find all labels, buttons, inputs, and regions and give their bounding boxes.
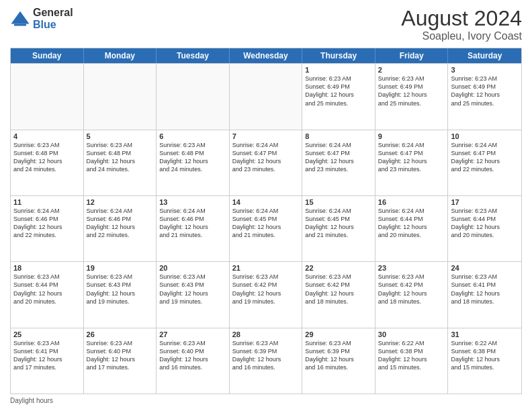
- calendar-row: 18Sunrise: 6:23 AM Sunset: 6:44 PM Dayli…: [11, 261, 521, 327]
- day-number: 7: [232, 132, 300, 140]
- footer-note: Daylight hours: [10, 397, 522, 404]
- calendar-cell: [84, 64, 157, 129]
- day-number: 12: [87, 198, 154, 206]
- calendar-cell: 30Sunrise: 6:22 AM Sunset: 6:38 PM Dayli…: [375, 328, 449, 394]
- day-info: Sunrise: 6:24 AM Sunset: 6:45 PM Dayligh…: [305, 207, 372, 240]
- calendar-cell: 6Sunrise: 6:23 AM Sunset: 6:48 PM Daylig…: [157, 130, 230, 195]
- calendar-cell: 18Sunrise: 6:23 AM Sunset: 6:44 PM Dayli…: [11, 262, 84, 327]
- calendar-cell: 24Sunrise: 6:23 AM Sunset: 6:41 PM Dayli…: [448, 262, 521, 327]
- day-info: Sunrise: 6:23 AM Sunset: 6:42 PM Dayligh…: [232, 273, 300, 306]
- day-info: Sunrise: 6:23 AM Sunset: 6:44 PM Dayligh…: [451, 207, 519, 240]
- calendar-cell: 25Sunrise: 6:23 AM Sunset: 6:41 PM Dayli…: [11, 328, 84, 394]
- calendar-cell: 7Sunrise: 6:24 AM Sunset: 6:47 PM Daylig…: [230, 130, 303, 195]
- calendar-cell: 4Sunrise: 6:23 AM Sunset: 6:48 PM Daylig…: [11, 130, 84, 195]
- day-number: 9: [378, 132, 445, 140]
- day-number: 26: [87, 330, 154, 338]
- day-number: 10: [451, 132, 519, 140]
- calendar-header-cell: Wednesday: [230, 48, 303, 63]
- logo-text: General Blue: [33, 7, 73, 30]
- calendar-cell: [157, 64, 230, 129]
- day-info: Sunrise: 6:24 AM Sunset: 6:47 PM Dayligh…: [305, 141, 372, 174]
- calendar-cell: 17Sunrise: 6:23 AM Sunset: 6:44 PM Dayli…: [448, 196, 521, 261]
- title-block: August 2024 Soapleu, Ivory Coast: [401, 7, 522, 42]
- calendar-row: 4Sunrise: 6:23 AM Sunset: 6:48 PM Daylig…: [11, 130, 521, 195]
- day-info: Sunrise: 6:24 AM Sunset: 6:47 PM Dayligh…: [232, 141, 300, 174]
- day-number: 22: [305, 264, 372, 272]
- calendar-header: SundayMondayTuesdayWednesdayThursdayFrid…: [11, 48, 521, 63]
- calendar-row: 25Sunrise: 6:23 AM Sunset: 6:41 PM Dayli…: [11, 328, 521, 394]
- calendar-cell: 13Sunrise: 6:24 AM Sunset: 6:46 PM Dayli…: [157, 196, 230, 261]
- day-info: Sunrise: 6:23 AM Sunset: 6:49 PM Dayligh…: [378, 75, 445, 107]
- day-info: Sunrise: 6:24 AM Sunset: 6:47 PM Dayligh…: [378, 141, 445, 174]
- svg-rect-1: [14, 24, 26, 26]
- day-info: Sunrise: 6:23 AM Sunset: 6:49 PM Dayligh…: [305, 75, 372, 107]
- page-title: August 2024: [401, 7, 522, 30]
- day-info: Sunrise: 6:24 AM Sunset: 6:46 PM Dayligh…: [13, 207, 81, 240]
- calendar-body: 1Sunrise: 6:23 AM Sunset: 6:49 PM Daylig…: [11, 63, 521, 394]
- page: General Blue August 2024 Soapleu, Ivory …: [0, 0, 532, 411]
- day-info: Sunrise: 6:23 AM Sunset: 6:43 PM Dayligh…: [159, 273, 226, 306]
- calendar-cell: 10Sunrise: 6:24 AM Sunset: 6:47 PM Dayli…: [448, 130, 521, 195]
- day-number: 29: [305, 330, 372, 338]
- day-number: 24: [451, 264, 519, 272]
- calendar-cell: 29Sunrise: 6:23 AM Sunset: 6:39 PM Dayli…: [302, 328, 375, 394]
- day-number: 3: [451, 66, 519, 74]
- day-info: Sunrise: 6:23 AM Sunset: 6:48 PM Dayligh…: [13, 141, 81, 174]
- day-info: Sunrise: 6:23 AM Sunset: 6:43 PM Dayligh…: [87, 273, 154, 306]
- page-subtitle: Soapleu, Ivory Coast: [401, 30, 522, 42]
- calendar-cell: 1Sunrise: 6:23 AM Sunset: 6:49 PM Daylig…: [302, 64, 375, 129]
- logo-icon: [10, 9, 30, 29]
- calendar-cell: [11, 64, 84, 129]
- calendar-cell: 11Sunrise: 6:24 AM Sunset: 6:46 PM Dayli…: [11, 196, 84, 261]
- calendar-row: 1Sunrise: 6:23 AM Sunset: 6:49 PM Daylig…: [11, 63, 521, 129]
- day-number: 18: [13, 264, 81, 272]
- day-info: Sunrise: 6:23 AM Sunset: 6:49 PM Dayligh…: [451, 75, 519, 107]
- calendar-cell: 21Sunrise: 6:23 AM Sunset: 6:42 PM Dayli…: [230, 262, 303, 327]
- day-info: Sunrise: 6:22 AM Sunset: 6:38 PM Dayligh…: [378, 339, 445, 372]
- day-number: 13: [159, 198, 226, 206]
- day-number: 23: [378, 264, 445, 272]
- day-number: 21: [232, 264, 300, 272]
- calendar-cell: 14Sunrise: 6:24 AM Sunset: 6:45 PM Dayli…: [230, 196, 303, 261]
- day-info: Sunrise: 6:24 AM Sunset: 6:44 PM Dayligh…: [378, 207, 445, 240]
- day-info: Sunrise: 6:23 AM Sunset: 6:44 PM Dayligh…: [13, 273, 81, 306]
- calendar-cell: 20Sunrise: 6:23 AM Sunset: 6:43 PM Dayli…: [157, 262, 230, 327]
- day-info: Sunrise: 6:23 AM Sunset: 6:41 PM Dayligh…: [13, 339, 81, 372]
- calendar-cell: 26Sunrise: 6:23 AM Sunset: 6:40 PM Dayli…: [84, 328, 157, 394]
- calendar: SundayMondayTuesdayWednesdayThursdayFrid…: [10, 48, 522, 394]
- day-number: 4: [13, 132, 81, 140]
- calendar-cell: 12Sunrise: 6:24 AM Sunset: 6:46 PM Dayli…: [84, 196, 157, 261]
- logo: General Blue: [10, 7, 73, 30]
- day-info: Sunrise: 6:23 AM Sunset: 6:39 PM Dayligh…: [232, 339, 300, 372]
- day-number: 20: [159, 264, 226, 272]
- day-number: 28: [232, 330, 300, 338]
- day-number: 14: [232, 198, 300, 206]
- calendar-cell: 27Sunrise: 6:23 AM Sunset: 6:40 PM Dayli…: [157, 328, 230, 394]
- calendar-header-cell: Saturday: [448, 48, 521, 63]
- logo-general-text: General: [33, 7, 73, 19]
- day-info: Sunrise: 6:23 AM Sunset: 6:41 PM Dayligh…: [451, 273, 519, 306]
- day-number: 5: [87, 132, 154, 140]
- calendar-cell: 3Sunrise: 6:23 AM Sunset: 6:49 PM Daylig…: [448, 64, 521, 129]
- calendar-header-cell: Sunday: [11, 48, 84, 63]
- day-info: Sunrise: 6:23 AM Sunset: 6:40 PM Dayligh…: [87, 339, 154, 372]
- day-number: 19: [87, 264, 154, 272]
- calendar-row: 11Sunrise: 6:24 AM Sunset: 6:46 PM Dayli…: [11, 195, 521, 261]
- day-number: 17: [451, 198, 519, 206]
- calendar-cell: 31Sunrise: 6:22 AM Sunset: 6:38 PM Dayli…: [448, 328, 521, 394]
- calendar-cell: 23Sunrise: 6:23 AM Sunset: 6:42 PM Dayli…: [375, 262, 449, 327]
- calendar-header-cell: Friday: [375, 48, 449, 63]
- calendar-header-cell: Thursday: [302, 48, 375, 63]
- calendar-header-cell: Monday: [84, 48, 157, 63]
- day-info: Sunrise: 6:24 AM Sunset: 6:46 PM Dayligh…: [87, 207, 154, 240]
- day-info: Sunrise: 6:23 AM Sunset: 6:42 PM Dayligh…: [378, 273, 445, 306]
- day-info: Sunrise: 6:23 AM Sunset: 6:40 PM Dayligh…: [159, 339, 226, 372]
- day-number: 11: [13, 198, 81, 206]
- calendar-cell: 22Sunrise: 6:23 AM Sunset: 6:42 PM Dayli…: [302, 262, 375, 327]
- calendar-cell: 19Sunrise: 6:23 AM Sunset: 6:43 PM Dayli…: [84, 262, 157, 327]
- day-info: Sunrise: 6:23 AM Sunset: 6:42 PM Dayligh…: [305, 273, 372, 306]
- day-info: Sunrise: 6:22 AM Sunset: 6:38 PM Dayligh…: [451, 339, 519, 372]
- calendar-cell: 5Sunrise: 6:23 AM Sunset: 6:48 PM Daylig…: [84, 130, 157, 195]
- day-number: 16: [378, 198, 445, 206]
- calendar-cell: 16Sunrise: 6:24 AM Sunset: 6:44 PM Dayli…: [375, 196, 449, 261]
